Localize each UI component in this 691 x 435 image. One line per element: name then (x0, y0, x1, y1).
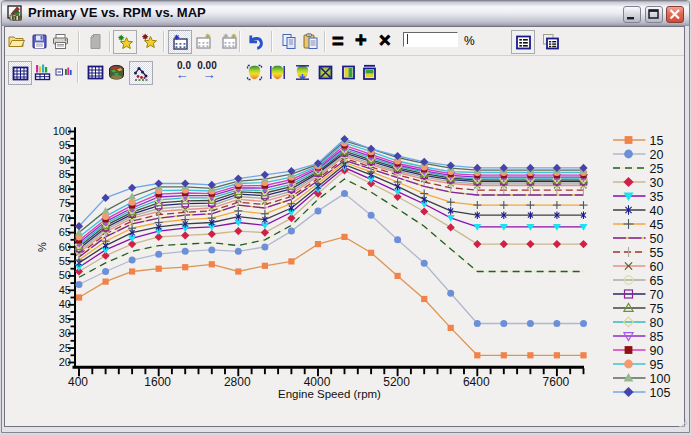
svg-text:1600: 1600 (144, 375, 171, 389)
svg-text:100: 100 (650, 372, 671, 386)
svg-text:50: 50 (59, 269, 71, 281)
svg-text:40: 40 (59, 298, 71, 310)
svg-text:6400: 6400 (463, 375, 490, 389)
svg-text:25: 25 (650, 162, 664, 176)
svg-text:45: 45 (650, 218, 664, 232)
svg-text:40: 40 (650, 204, 664, 218)
svg-text:30: 30 (650, 176, 664, 190)
svg-text:105: 105 (650, 386, 671, 400)
svg-text:100: 100 (53, 125, 71, 137)
svg-text:35: 35 (59, 313, 71, 325)
svg-text:Engine Speed (rpm): Engine Speed (rpm) (278, 388, 381, 400)
svg-text:60: 60 (650, 260, 664, 274)
svg-text:70: 70 (650, 288, 664, 302)
svg-text:%: % (36, 242, 48, 252)
svg-text:35: 35 (650, 190, 664, 204)
svg-text:85: 85 (650, 330, 664, 344)
svg-text:2800: 2800 (224, 375, 251, 389)
svg-text:15: 15 (650, 134, 664, 148)
svg-text:65: 65 (650, 274, 664, 288)
svg-text:30: 30 (59, 327, 71, 339)
svg-text:90: 90 (650, 344, 664, 358)
svg-text:70: 70 (59, 212, 71, 224)
svg-text:75: 75 (59, 197, 71, 209)
svg-text:95: 95 (59, 139, 71, 151)
svg-text:50: 50 (650, 232, 664, 246)
svg-text:5200: 5200 (383, 375, 410, 389)
svg-text:55: 55 (650, 246, 664, 260)
svg-text:60: 60 (59, 241, 71, 253)
svg-text:20: 20 (650, 148, 664, 162)
svg-text:80: 80 (59, 183, 71, 195)
svg-text:25: 25 (59, 342, 71, 354)
svg-text:90: 90 (59, 154, 71, 166)
svg-text:65: 65 (59, 226, 71, 238)
svg-text:400: 400 (68, 375, 88, 389)
svg-text:7600: 7600 (543, 375, 570, 389)
svg-text:45: 45 (59, 284, 71, 296)
svg-text:75: 75 (650, 302, 664, 316)
svg-text:85: 85 (59, 168, 71, 180)
svg-text:55: 55 (59, 255, 71, 267)
svg-text:20: 20 (59, 356, 71, 368)
svg-text:95: 95 (650, 358, 664, 372)
svg-text:80: 80 (650, 316, 664, 330)
